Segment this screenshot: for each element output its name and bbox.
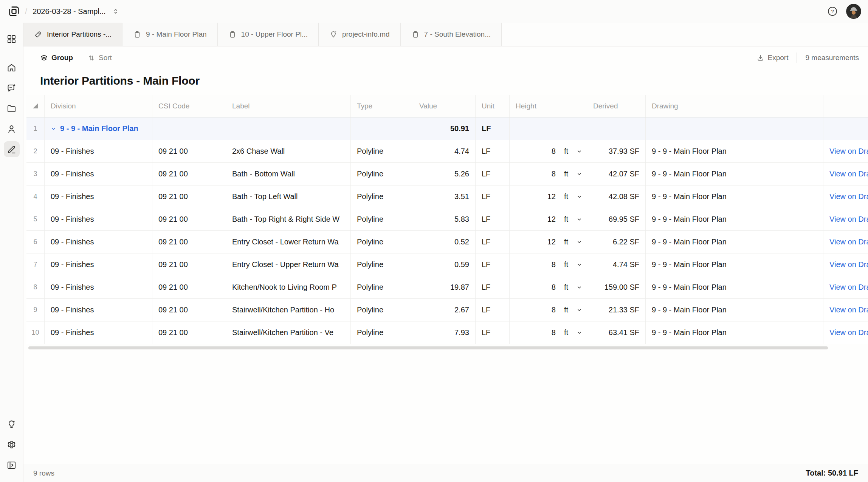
chevron-down-icon	[577, 262, 582, 267]
ai-chat-icon[interactable]	[4, 80, 20, 96]
layers-icon	[40, 54, 48, 62]
cell-division: 09 - Finishes	[45, 253, 152, 276]
column-header-height[interactable]: Height	[510, 95, 587, 117]
table-row[interactable]: 3 09 - Finishes 09 21 00 Bath - Bottom W…	[26, 163, 868, 185]
column-header-derived[interactable]: Derived	[587, 95, 646, 117]
chevron-down-icon	[577, 216, 582, 222]
horizontal-scrollbar[interactable]	[28, 346, 828, 349]
row-number: 6	[26, 231, 45, 253]
cell-value: 0.59	[413, 253, 476, 276]
sort-button[interactable]: Sort	[87, 54, 112, 62]
height-unit-dropdown[interactable]: 12 ft	[510, 208, 587, 230]
view-on-drawing-link[interactable]: View on Drawing	[829, 215, 868, 224]
column-header-drawing[interactable]: Drawing	[646, 95, 823, 117]
view-on-drawing-link[interactable]: View on Drawing	[829, 260, 868, 269]
tab-south-elevation[interactable]: 7 - South Elevation...	[401, 23, 502, 46]
column-header-division[interactable]: Division	[45, 95, 152, 117]
toolbar-divider	[797, 53, 797, 63]
select-all-corner[interactable]	[26, 95, 45, 117]
sidebar	[0, 23, 23, 482]
height-unit: ft	[564, 328, 568, 337]
project-switcher-chevrons-icon[interactable]	[112, 8, 119, 15]
table-row[interactable]: 6 09 - Finishes 09 21 00 Entry Closet - …	[26, 231, 868, 253]
height-value: 8	[552, 147, 556, 156]
view-on-drawing-link[interactable]: View on Drawing	[829, 283, 868, 292]
takeoff-editor-pencil-icon[interactable]	[4, 141, 20, 157]
cell-drawing: 9 - 9 - Main Floor Plan	[646, 231, 823, 253]
files-folder-icon[interactable]	[4, 100, 20, 116]
apps-grid-icon[interactable]	[4, 31, 20, 47]
column-header-label[interactable]: Label	[226, 95, 351, 117]
chevron-down-icon	[577, 239, 582, 245]
help-icon[interactable]: ?	[826, 5, 839, 17]
tab-label: 9 - Main Floor Plan	[146, 30, 207, 39]
column-header-view	[823, 95, 868, 117]
table-row[interactable]: 5 09 - Finishes 09 21 00 Bath - Top Righ…	[26, 208, 868, 231]
sort-arrows-icon	[87, 54, 95, 62]
view-on-drawing-link[interactable]: View on Drawing	[829, 147, 868, 156]
cell-csi-code: 09 21 00	[152, 208, 226, 230]
settings-gear-icon[interactable]	[4, 437, 20, 453]
group-cell-empty	[226, 117, 351, 140]
height-value: 8	[552, 328, 556, 337]
cell-csi-code: 09 21 00	[152, 140, 226, 162]
column-header-value[interactable]: Value	[413, 95, 476, 117]
tab-main-floor-plan[interactable]: 9 - Main Floor Plan	[122, 23, 218, 46]
column-header-unit[interactable]: Unit	[476, 95, 510, 117]
height-unit-dropdown[interactable]: 8 ft	[510, 140, 587, 162]
height-unit-dropdown[interactable]: 12 ft	[510, 231, 587, 253]
cell-value: 19.87	[413, 276, 476, 298]
tab-upper-floor-plan[interactable]: 10 - Upper Floor Pl...	[218, 23, 319, 46]
view-on-drawing-link[interactable]: View on Drawing	[829, 306, 868, 314]
table-row[interactable]: 8 09 - Finishes 09 21 00 Kitchen/Nook to…	[26, 276, 868, 299]
drawing-icon	[411, 30, 420, 39]
cell-type: Polyline	[351, 321, 413, 344]
height-unit-dropdown[interactable]: 8 ft	[510, 276, 587, 298]
group-row-toggle[interactable]: 9 - 9 - Main Floor Plan	[45, 117, 152, 140]
height-unit-dropdown[interactable]: 8 ft	[510, 321, 587, 344]
group-cell-empty	[152, 117, 226, 140]
view-on-drawing-link[interactable]: View on Drawing	[829, 328, 868, 337]
home-icon[interactable]	[4, 60, 20, 76]
whats-new-lightbulb-icon[interactable]	[4, 416, 20, 432]
group-cell-empty	[587, 117, 646, 140]
table-row[interactable]: 7 09 - Finishes 09 21 00 Entry Closet - …	[26, 253, 868, 276]
column-header-csi-code[interactable]: CSI Code	[152, 95, 226, 117]
tab-label: 10 - Upper Floor Pl...	[241, 30, 308, 39]
height-unit: ft	[564, 260, 568, 269]
user-avatar[interactable]	[846, 4, 861, 19]
table-row[interactable]: 4 09 - Finishes 09 21 00 Bath - Top Left…	[26, 185, 868, 208]
cell-csi-code: 09 21 00	[152, 185, 226, 208]
group-button[interactable]: Group	[40, 54, 73, 62]
cell-derived: 69.95 SF	[587, 208, 646, 230]
cell-division: 09 - Finishes	[45, 299, 152, 321]
height-unit-dropdown[interactable]: 8 ft	[510, 253, 587, 276]
height-unit-dropdown[interactable]: 8 ft	[510, 163, 587, 185]
app-logo[interactable]	[7, 4, 21, 19]
cell-division: 09 - Finishes	[45, 140, 152, 162]
cell-label: Bath - Top Left Wall	[226, 185, 351, 208]
table-row[interactable]: 2 09 - Finishes 09 21 00 2x6 Chase Wall …	[26, 140, 868, 163]
column-header-type[interactable]: Type	[351, 95, 413, 117]
table-row[interactable]: 9 09 - Finishes 09 21 00 Stairwell/Kitch…	[26, 299, 868, 321]
height-unit: ft	[564, 283, 568, 292]
cell-label: Stairwell/Kitchen Partition - Ho	[226, 299, 351, 321]
project-title[interactable]: 2026-03-28 - Sampl...	[33, 7, 105, 16]
group-row-main-floor-plan[interactable]: 1 9 - 9 - Main Floor Plan 50.91 LF	[26, 117, 868, 140]
tab-project-info[interactable]: project-info.md	[319, 23, 401, 46]
people-icon[interactable]	[4, 121, 20, 137]
tab-interior-partitions[interactable]: Interior Partitions -...	[23, 23, 122, 46]
cell-derived: 21.33 SF	[587, 299, 646, 321]
view-on-drawing-link[interactable]: View on Drawing	[829, 192, 868, 201]
height-unit-dropdown[interactable]: 8 ft	[510, 299, 587, 321]
table-row[interactable]: 10 09 - Finishes 09 21 00 Stairwell/Kitc…	[26, 321, 868, 344]
cell-type: Polyline	[351, 208, 413, 230]
cell-type: Polyline	[351, 185, 413, 208]
cell-type: Polyline	[351, 299, 413, 321]
cell-type: Polyline	[351, 253, 413, 276]
height-unit-dropdown[interactable]: 12 ft	[510, 185, 587, 208]
view-on-drawing-link[interactable]: View on Drawing	[829, 238, 868, 246]
view-on-drawing-link[interactable]: View on Drawing	[829, 170, 868, 178]
toggle-panel-icon[interactable]	[4, 457, 20, 473]
export-button[interactable]: Export	[756, 54, 789, 62]
